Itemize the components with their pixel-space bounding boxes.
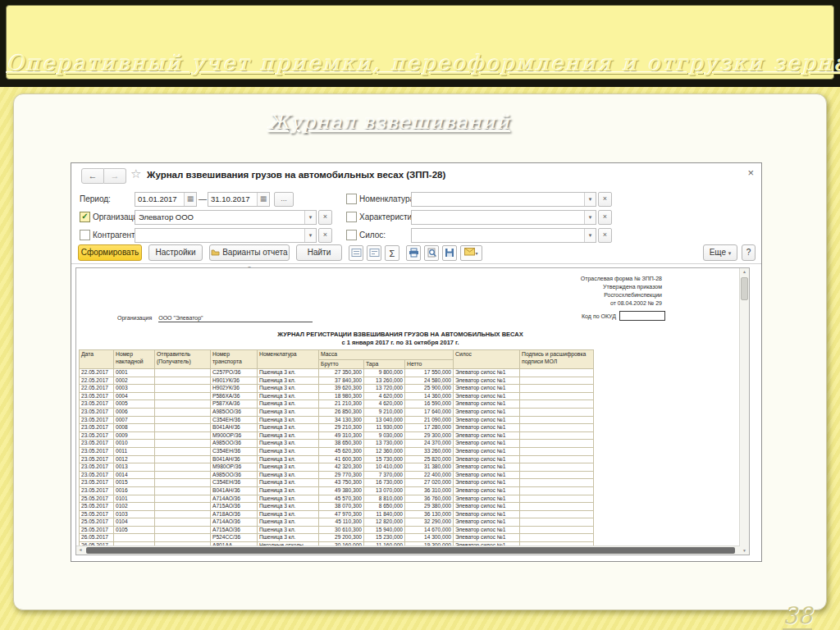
back-button[interactable]: ← bbox=[81, 168, 104, 184]
nomenclature-clear-button[interactable]: × bbox=[598, 192, 612, 207]
banner-zone: Оперативный учет приемки, переоформления… bbox=[0, 0, 840, 87]
table-row[interactable]: 23.05.20170007С354ЕН/36Пшеница 3 кл.34 1… bbox=[80, 416, 594, 424]
vertical-scroll-thumb[interactable] bbox=[741, 277, 748, 300]
more-button[interactable]: Еще ▾ bbox=[703, 244, 737, 261]
preview-button[interactable] bbox=[424, 245, 439, 261]
nomenclature-value bbox=[412, 193, 584, 206]
mail-button[interactable]: ▾ bbox=[460, 245, 482, 261]
okud-box bbox=[619, 311, 665, 321]
collapse-groups-button[interactable] bbox=[349, 245, 363, 261]
col-transport: Номер транспорта bbox=[211, 350, 258, 369]
calendar-icon[interactable]: ▦ bbox=[257, 193, 269, 206]
col-sender: Отправитель (Получатель) bbox=[155, 350, 211, 369]
horizontal-scroll-thumb[interactable] bbox=[86, 547, 735, 554]
table-row[interactable]: 23.05.20170013М980ОР/36Пшеница 3 кл.42 3… bbox=[80, 463, 594, 472]
table-row[interactable]: 23.05.20170006А985ОО/36Пшеница 3 кл.26 8… bbox=[80, 408, 594, 416]
chevron-down-icon[interactable]: ▾ bbox=[304, 229, 316, 242]
nomenclature-label: Номенклатура: bbox=[359, 194, 417, 203]
content-panel: Журнал взвешиваний ← → ☆ Журнал взвешива… bbox=[13, 94, 827, 610]
form-line: Росгосхлебинспекции bbox=[581, 291, 662, 299]
silo-label: Силос: bbox=[359, 231, 386, 240]
okud-label: Код по ОКУД bbox=[582, 313, 616, 319]
col-mass: Масса bbox=[319, 350, 454, 360]
close-icon[interactable]: × bbox=[747, 167, 754, 178]
save-icon bbox=[445, 248, 454, 258]
counterparty-checkbox[interactable] bbox=[80, 230, 90, 240]
generate-button[interactable]: Сформировать bbox=[78, 244, 142, 261]
table-row[interactable]: 25.05.20170102А715АО/36Пшеница 3 кл.38 0… bbox=[80, 503, 594, 511]
period-from-value: 01.01.2017 bbox=[135, 193, 184, 206]
scroll-left-icon[interactable]: ◄ bbox=[76, 546, 84, 555]
help-button[interactable]: ? bbox=[742, 244, 756, 261]
report-title-line1: ЖУРНАЛ РЕГИСТРАЦИИ ВЗВЕШИВАНИЯ ГРУЗОВ НА… bbox=[208, 331, 593, 339]
organization-value: Элеватор ООО bbox=[135, 211, 304, 224]
characteristic-combo[interactable]: ▾ bbox=[411, 210, 596, 225]
collapse-groups-icon bbox=[351, 248, 362, 258]
table-row[interactable]: 25.05.20170105А715АО/36Пшеница 3 кл.30 6… bbox=[80, 526, 594, 534]
forward-button[interactable]: → bbox=[104, 168, 126, 184]
organization-combo[interactable]: Элеватор ООО ▾ bbox=[135, 210, 317, 225]
banner: Оперативный учет приемки, переоформления… bbox=[6, 5, 834, 80]
nav-buttons: ← → bbox=[81, 168, 126, 184]
characteristic-clear-button[interactable]: × bbox=[598, 210, 612, 225]
silo-clear-button[interactable]: × bbox=[598, 228, 612, 243]
sum-button[interactable]: Σ bbox=[385, 245, 399, 261]
table-row[interactable]: 23.05.20170016В041АН/36Пшеница 3 кл.49 3… bbox=[80, 486, 594, 495]
find-button[interactable]: Найти bbox=[296, 244, 342, 261]
period-to-input[interactable]: 31.10.2017 ▦ bbox=[208, 192, 270, 207]
table-row[interactable]: 26.05.2017Р524СС/36Пшеница 3 кл.29 200,3… bbox=[80, 534, 594, 542]
table-row[interactable]: 23.05.20170014А985ОО/36Пшеница 3 кл.29 7… bbox=[80, 471, 594, 479]
table-row[interactable]: 23.05.20170009М900ОР/36Пшеница 3 кл.49 3… bbox=[80, 431, 594, 440]
vertical-scrollbar[interactable]: ▲ ▼ bbox=[739, 268, 749, 555]
table-row[interactable]: 22.05.20170003Н902УК/36Пшеница 3 кл.39 6… bbox=[80, 385, 594, 393]
table-row[interactable]: 23.05.20170012В041АН/36Пшеница 3 кл.41 6… bbox=[80, 455, 594, 463]
counterparty-clear-button[interactable]: × bbox=[318, 228, 332, 243]
form-header: Отраслевая форма № ЗПП-28 Утверждена при… bbox=[581, 275, 662, 308]
table-row[interactable]: 22.05.20170002Н901УК/36Пшеница 3 кл.37 8… bbox=[80, 377, 594, 385]
table-row[interactable]: 23.05.20170004Р586ХА/36Пшеница 3 кл.18 9… bbox=[80, 392, 594, 400]
chevron-down-icon[interactable]: ▾ bbox=[584, 193, 596, 206]
characteristic-checkbox[interactable] bbox=[346, 212, 357, 222]
calendar-icon[interactable]: ▦ bbox=[184, 193, 196, 206]
organization-checkbox[interactable]: ✓ bbox=[80, 212, 90, 222]
table-row[interactable]: 23.05.20170005Р587ХА/36Пшеница 3 кл.21 2… bbox=[80, 400, 594, 409]
chevron-down-icon[interactable]: ▾ bbox=[304, 211, 316, 224]
save-button[interactable] bbox=[442, 245, 457, 261]
toolbar-separator bbox=[71, 263, 761, 264]
journal-table: Дата Номер накладной Отправитель (Получа… bbox=[79, 349, 594, 550]
horizontal-scrollbar[interactable]: ◄ bbox=[76, 546, 740, 555]
chevron-down-icon[interactable]: ▾ bbox=[584, 211, 596, 224]
table-row[interactable]: 25.05.20170103А718АО/36Пшеница 3 кл.47 9… bbox=[80, 510, 594, 518]
favorite-star-icon[interactable]: ☆ bbox=[130, 167, 141, 181]
print-button[interactable] bbox=[406, 245, 421, 261]
printer-icon bbox=[409, 248, 419, 258]
scroll-down-icon[interactable]: ▼ bbox=[740, 547, 749, 555]
silo-combo[interactable]: ▾ bbox=[411, 228, 596, 243]
table-row[interactable]: 23.05.20170008В041АН/36Пшеница 3 кл.29 2… bbox=[80, 424, 594, 432]
expand-groups-button[interactable] bbox=[367, 245, 381, 261]
organization-clear-button[interactable]: × bbox=[318, 210, 332, 225]
counterparty-combo[interactable]: ▾ bbox=[135, 228, 317, 243]
table-row[interactable]: 23.05.20170011С354ЕН/36Пшеница 3 кл.45 6… bbox=[80, 447, 594, 455]
report-variants-button[interactable]: Варианты отчета ▾ bbox=[209, 244, 290, 261]
chevron-down-icon[interactable]: ▾ bbox=[584, 229, 596, 242]
slide-title: Оперативный учет приемки, переоформления… bbox=[7, 51, 833, 75]
form-line: Отраслевая форма № ЗПП-28 bbox=[581, 275, 662, 283]
nomenclature-checkbox[interactable] bbox=[346, 194, 357, 204]
table-row[interactable]: 25.05.20170104А714АО/36Пшеница 3 кл.45 1… bbox=[80, 518, 594, 527]
mail-icon bbox=[464, 248, 475, 256]
table-row[interactable]: 25.05.20170101А714АО/36Пшеница 3 кл.45 5… bbox=[80, 495, 594, 503]
form-line: от 08.04.2002 № 29 bbox=[581, 299, 662, 308]
table-row[interactable]: 23.05.20170015С354ЕН/36Пшеница 3 кл.43 7… bbox=[80, 479, 594, 487]
table-row[interactable]: 22.05.20170001С257РО/36Пшеница 3 кл.27 3… bbox=[80, 369, 594, 377]
table-row[interactable]: 23.05.20170010А985ОО/36Пшеница 3 кл.38 6… bbox=[80, 440, 594, 448]
silo-checkbox[interactable] bbox=[346, 230, 357, 240]
scroll-up-icon[interactable]: ▲ bbox=[740, 268, 749, 276]
more-label: Еще bbox=[710, 248, 726, 257]
period-from-input[interactable]: 01.01.2017 ▦ bbox=[135, 192, 197, 207]
period-more-button[interactable]: ... bbox=[274, 192, 294, 207]
col-nomenclature: Номенклатура bbox=[258, 350, 319, 369]
col-netto: Нетто bbox=[405, 359, 454, 369]
nomenclature-combo[interactable]: ▾ bbox=[411, 192, 596, 207]
settings-button[interactable]: Настройки bbox=[148, 244, 203, 261]
